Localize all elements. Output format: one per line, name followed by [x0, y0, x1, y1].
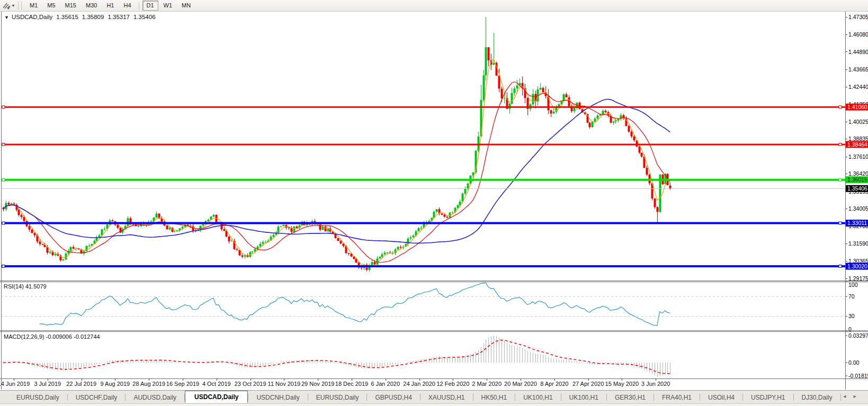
date-tick-label: 11 Nov 2019	[268, 381, 301, 387]
timeframe-button-M5[interactable]: M5	[43, 1, 59, 11]
rsi-scale-label: 0	[848, 326, 852, 332]
date-tick-label: 9 Aug 2019	[101, 381, 130, 387]
price-tick-label: 1.29175	[848, 275, 868, 282]
rsi-scale-label: 70	[848, 293, 855, 300]
chart-tab-USOil-H4[interactable]: USOil,H4	[700, 392, 742, 403]
timeframe-button-H4[interactable]: H4	[119, 1, 135, 11]
date-tick-label: 6 Jan 2020	[371, 381, 400, 387]
svg-text:1.33011: 1.33011	[847, 220, 867, 226]
chart-tab-EURUSD-Daily[interactable]: EURUSD,Daily	[8, 392, 67, 403]
price-tick-label: 1.44890	[848, 49, 868, 55]
chart-title: ▼USDCAD,Daily1.356151.358091.353171.3540…	[4, 14, 159, 20]
level-line-handle[interactable]	[2, 143, 5, 146]
date-tick-label: 3 Jun 2020	[641, 381, 670, 387]
chart-tab-UK100-H1[interactable]: UK100,H1	[515, 392, 560, 403]
price-tick-label: 1.42440	[848, 84, 868, 90]
toolbar-grip-handle	[18, 2, 22, 10]
level-line-handle[interactable]	[839, 178, 842, 181]
chart-tab-USDCAD-Daily[interactable]: USDCAD,Daily	[185, 391, 248, 403]
level-line-handle[interactable]	[2, 106, 5, 109]
date-tick-label: 18 Dec 2019	[335, 381, 368, 387]
timeframe-button-MN[interactable]: MN	[177, 1, 195, 11]
tab-scroll-right-icon[interactable]: ▸	[853, 393, 864, 399]
timeframe-button-M30[interactable]: M30	[82, 1, 101, 11]
price-tick-label: 1.34005	[848, 205, 868, 212]
date-tick-label: 27 Apr 2020	[572, 381, 604, 387]
price-tag-1.36015: 1.36015	[846, 176, 868, 183]
dropdown-arrow-icon[interactable]: ▾	[12, 3, 14, 8]
level-line-handle[interactable]	[839, 143, 842, 146]
chart-canvas: 1.473051.460801.448901.436651.424401.412…	[0, 0, 868, 406]
ohlc-low: 1.35317	[108, 14, 130, 20]
ohlc-high: 1.35809	[82, 14, 104, 20]
price-tag-1.35406: 1.35406	[846, 185, 868, 192]
date-tick-label: 16 Sep 2019	[166, 381, 199, 387]
date-tick-label: 14 Jun 2019	[0, 381, 30, 387]
price-tick-label: 1.40025	[848, 119, 868, 125]
chart-tab-USDCNH-Daily[interactable]: USDCNH,Daily	[248, 392, 307, 403]
svg-text:1.41060: 1.41060	[847, 104, 867, 110]
date-tick-label: 12 Feb 2020	[437, 381, 470, 387]
chart-tab-AUDUSD-Daily[interactable]: AUDUSD,Daily	[126, 392, 184, 403]
timeframe-button-D1[interactable]: D1	[142, 1, 158, 11]
date-tick-label: 20 Mar 2020	[504, 381, 537, 387]
timeframe-button-group: M1M5M15M30H1H4D1W1MN	[25, 1, 195, 11]
price-tick-label: 1.46080	[848, 31, 868, 38]
chart-background	[0, 11, 868, 390]
chart-tab-FRA40-H1[interactable]: FRA40,H1	[654, 392, 700, 403]
toolbar-separator	[139, 2, 139, 10]
tab-scroll-left-icon[interactable]: ◂	[843, 393, 854, 399]
level-line-handle[interactable]	[2, 265, 5, 267]
level-line-handle[interactable]	[839, 106, 842, 109]
svg-text:1.38464: 1.38464	[847, 141, 867, 148]
chart-tab-UK100-H1[interactable]: UK100,H1	[561, 392, 606, 403]
date-tick-label: 24 Jan 2020	[403, 381, 435, 387]
macd-scale-label: 0.00	[848, 359, 860, 366]
chart-tab-EURUSD-Daily[interactable]: EURUSD,Daily	[308, 392, 367, 403]
chart-tab-XAUUSD-H1[interactable]: XAUUSD,H1	[420, 392, 473, 403]
date-tick-label: 3 Jul 2019	[34, 381, 61, 387]
chart-tab-DJ30-Daily[interactable]: DJ30,Daily	[794, 392, 840, 403]
price-tick-label: 1.37610	[848, 154, 868, 160]
date-tick-label: 15 May 2020	[605, 381, 639, 387]
cursor-tool-icon[interactable]	[2, 2, 12, 10]
timeframe-button-M1[interactable]: M1	[25, 1, 42, 11]
price-tick-label: 1.47305	[848, 14, 868, 20]
price-tag-1.41060: 1.41060	[846, 104, 868, 111]
chart-tab-GBPUSD-H4[interactable]: GBPUSD,H4	[367, 392, 419, 403]
date-tick-label: 8 Apr 2020	[540, 381, 568, 387]
toolbar: ▾ M1M5M15M30H1H4D1W1MN	[0, 0, 868, 12]
chart-tab-bar: EURUSD,DailyUSDCHF,DailyAUDUSD,DailyUSDC…	[0, 390, 868, 404]
price-tick-label: 1.43665	[848, 66, 868, 73]
price-tick-label: 1.31590	[848, 240, 868, 247]
chart-collapse-icon[interactable]: ▼	[4, 15, 9, 20]
date-tick-label: 4 Oct 2019	[202, 381, 231, 387]
ohlc-open: 1.35615	[56, 14, 78, 20]
rsi-scale-label: 30	[848, 313, 855, 319]
svg-text:1.35406: 1.35406	[847, 185, 867, 192]
price-tag-1.33011: 1.33011	[846, 220, 868, 227]
tab-scroll-buttons: ◂▸	[843, 393, 864, 400]
timeframe-button-W1[interactable]: W1	[159, 1, 177, 11]
date-tick-label: 22 Jul 2019	[66, 381, 96, 387]
svg-text:1.30020: 1.30020	[847, 263, 867, 269]
price-tag-1.38464: 1.38464	[846, 141, 868, 148]
level-line-handle[interactable]	[839, 265, 842, 267]
timeframe-button-M15[interactable]: M15	[61, 1, 80, 11]
chart-tab-USDJPY-H1[interactable]: USDJPY,H1	[743, 392, 793, 403]
date-tick-label: 23 Oct 2019	[235, 381, 266, 387]
chart-symbol-period: USDCAD,Daily	[12, 14, 52, 20]
date-tick-label: 2 Mar 2020	[472, 381, 502, 387]
chart-tab-HK50-H1[interactable]: HK50,H1	[473, 392, 515, 403]
level-line-handle[interactable]	[2, 178, 5, 181]
macd-scale-label: -0.018154	[848, 373, 868, 379]
rsi-indicator-label: RSI(14) 41.5079	[4, 283, 47, 290]
level-line-handle[interactable]	[839, 222, 842, 224]
trading-terminal: 1.473051.460801.448901.436651.424401.412…	[0, 0, 868, 406]
timeframe-button-H1[interactable]: H1	[102, 1, 118, 11]
chart-tab-GER30-H1[interactable]: GER30,H1	[607, 392, 654, 403]
svg-text:1.36015: 1.36015	[847, 176, 867, 183]
level-line-handle[interactable]	[2, 222, 5, 224]
chart-tab-USDCHF-Daily[interactable]: USDCHF,Daily	[68, 392, 126, 403]
status-bar	[0, 403, 868, 406]
